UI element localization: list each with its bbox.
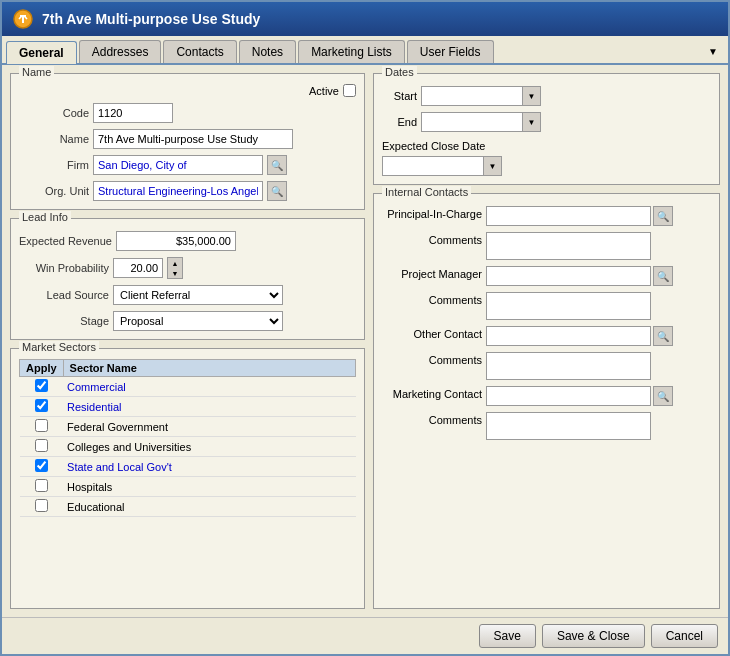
main-content: Name Active Code Name Firm 🔍	[2, 65, 728, 617]
market-name-3: Colleges and Universities	[63, 437, 355, 457]
tab-marketing-lists[interactable]: Marketing Lists	[298, 40, 405, 63]
other-comments-row: Comments	[382, 352, 711, 380]
market-row: Federal Government	[20, 417, 356, 437]
save-button[interactable]: Save	[479, 624, 536, 648]
market-checkbox-6[interactable]	[35, 499, 48, 512]
title-bar: 7th Ave Multi-purpose Use Study	[2, 2, 728, 36]
marketing-label: Marketing Contact	[382, 386, 482, 400]
save-close-button[interactable]: Save & Close	[542, 624, 645, 648]
firm-input[interactable]	[93, 155, 263, 175]
tab-contacts[interactable]: Contacts	[163, 40, 236, 63]
market-checkbox-3[interactable]	[35, 439, 48, 452]
col-apply: Apply	[20, 360, 64, 377]
tab-notes[interactable]: Notes	[239, 40, 296, 63]
code-row: Code	[19, 103, 356, 123]
start-date-input[interactable]	[422, 87, 522, 105]
leadsource-label: Lead Source	[19, 289, 109, 301]
left-column: Name Active Code Name Firm 🔍	[10, 73, 365, 609]
marketing-input[interactable]	[486, 386, 651, 406]
pic-search-button[interactable]: 🔍	[653, 206, 673, 226]
revenue-input[interactable]	[116, 231, 236, 251]
orgunit-label: Org. Unit	[19, 185, 89, 197]
other-row: Other Contact 🔍	[382, 326, 711, 346]
tabs-bar: General Addresses Contacts Notes Marketi…	[2, 36, 728, 65]
lead-info-section: Lead Info Expected Revenue Win Probabili…	[10, 218, 365, 340]
winprob-spinner: ▲ ▼	[167, 257, 183, 279]
leadsource-row: Lead Source Client Referral Web Referral…	[19, 285, 356, 305]
pic-row: Principal-In-Charge 🔍	[382, 206, 711, 226]
active-row: Active	[19, 84, 356, 97]
pm-row: Project Manager 🔍	[382, 266, 711, 286]
market-row: State and Local Gov't	[20, 457, 356, 477]
market-name-0: Commercial	[63, 377, 355, 397]
market-checkbox-0[interactable]	[35, 379, 48, 392]
start-date-dropdown[interactable]: ▼	[522, 87, 540, 105]
firm-label: Firm	[19, 159, 89, 171]
firm-search-button[interactable]: 🔍	[267, 155, 287, 175]
other-search-button[interactable]: 🔍	[653, 326, 673, 346]
name-input[interactable]	[93, 129, 293, 149]
market-checkbox-2[interactable]	[35, 419, 48, 432]
name-section: Name Active Code Name Firm 🔍	[10, 73, 365, 210]
market-checkbox-5[interactable]	[35, 479, 48, 492]
name-label: Name	[19, 133, 89, 145]
tabs-scroll-arrow[interactable]: ▼	[702, 42, 724, 61]
market-name-4: State and Local Gov't	[63, 457, 355, 477]
pm-input[interactable]	[486, 266, 651, 286]
tab-user-fields[interactable]: User Fields	[407, 40, 494, 63]
market-name-2: Federal Government	[63, 417, 355, 437]
stage-select[interactable]: Proposal Qualified Won Lost	[113, 311, 283, 331]
other-comments-input[interactable]	[486, 352, 651, 380]
market-row: Commercial	[20, 377, 356, 397]
cancel-button[interactable]: Cancel	[651, 624, 718, 648]
pm-label: Project Manager	[382, 266, 482, 280]
pm-comments-label: Comments	[382, 292, 482, 306]
other-label: Other Contact	[382, 326, 482, 340]
orgunit-input[interactable]	[93, 181, 263, 201]
lead-info-label: Lead Info	[19, 211, 71, 223]
pm-search-button[interactable]: 🔍	[653, 266, 673, 286]
leadsource-select[interactable]: Client Referral Web Referral Advertiseme…	[113, 285, 283, 305]
tab-addresses[interactable]: Addresses	[79, 40, 162, 63]
market-name-1: Residential	[63, 397, 355, 417]
market-name-5: Hospitals	[63, 477, 355, 497]
active-label: Active	[309, 85, 339, 97]
market-checkbox-1[interactable]	[35, 399, 48, 412]
title-text: 7th Ave Multi-purpose Use Study	[42, 11, 260, 27]
market-row: Residential	[20, 397, 356, 417]
market-checkbox-4[interactable]	[35, 459, 48, 472]
winprob-label: Win Probability	[19, 262, 109, 274]
start-date-label: Start	[382, 90, 417, 102]
code-input[interactable]	[93, 103, 173, 123]
end-date-dropdown[interactable]: ▼	[522, 113, 540, 131]
revenue-row: Expected Revenue	[19, 231, 356, 251]
pic-comments-row: Comments	[382, 232, 711, 260]
expected-close-dropdown[interactable]: ▼	[483, 157, 501, 175]
footer: Save Save & Close Cancel	[2, 617, 728, 654]
pm-comments-row: Comments	[382, 292, 711, 320]
orgunit-search-button[interactable]: 🔍	[267, 181, 287, 201]
col-sector-name: Sector Name	[63, 360, 355, 377]
expected-close-input[interactable]	[383, 157, 483, 175]
pic-input-wrap: 🔍	[486, 206, 673, 226]
market-sectors-section: Market Sectors Apply Sector Name Commerc…	[10, 348, 365, 609]
active-checkbox[interactable]	[343, 84, 356, 97]
pm-comments-input[interactable]	[486, 292, 651, 320]
winprob-input[interactable]	[113, 258, 163, 278]
pic-comments-label: Comments	[382, 232, 482, 246]
pic-comments-input[interactable]	[486, 232, 651, 260]
marketing-comments-label: Comments	[382, 412, 482, 426]
end-date-label: End	[382, 116, 417, 128]
marketing-search-button[interactable]: 🔍	[653, 386, 673, 406]
main-window: 7th Ave Multi-purpose Use Study General …	[0, 0, 730, 656]
market-sectors-table: Apply Sector Name Commercial Residential…	[19, 359, 356, 517]
other-input[interactable]	[486, 326, 651, 346]
marketing-comments-input[interactable]	[486, 412, 651, 440]
winprob-spin-up[interactable]: ▲	[168, 258, 182, 268]
end-date-input[interactable]	[422, 113, 522, 131]
start-date-input-wrap: ▼	[421, 86, 541, 106]
internal-contacts-label: Internal Contacts	[382, 186, 471, 198]
winprob-spin-down[interactable]: ▼	[168, 268, 182, 278]
pic-input[interactable]	[486, 206, 651, 226]
tab-general[interactable]: General	[6, 41, 77, 64]
